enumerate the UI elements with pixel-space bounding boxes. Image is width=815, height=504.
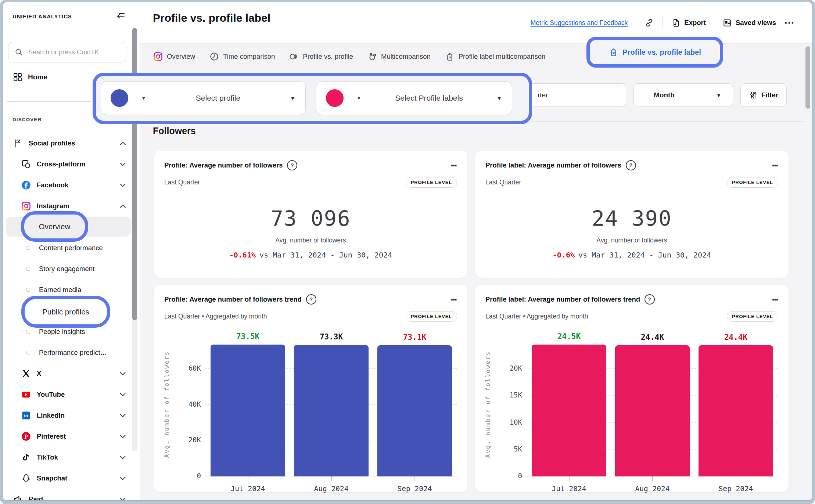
chevron-down-icon xyxy=(118,368,128,379)
cross-platform-icon xyxy=(21,159,32,170)
sidebar-item-performance-predict[interactable]: Performance predict… xyxy=(3,342,140,363)
sidebar-item-cross-platform[interactable]: Cross-platform xyxy=(3,154,140,174)
chevron-down-icon: ▾ xyxy=(291,94,294,102)
card-period: Last Quarter • Aggregated by month xyxy=(485,313,588,320)
sidebar-item-story-engagement[interactable]: Story engagement xyxy=(3,258,140,279)
chart-bar-aug-2024[interactable] xyxy=(615,345,690,476)
card-period: Last Quarter • Aggregated by month xyxy=(164,313,267,320)
sidebar-item-snapchat[interactable]: Snapchat xyxy=(3,468,140,489)
tab-bar: OverviewTime comparisonProfile vs. profi… xyxy=(153,43,545,70)
metric-suggestions-link[interactable]: Metric Suggestions and Feedback xyxy=(531,19,628,27)
chart-plot: 73.5K73.3K73.1K xyxy=(205,332,457,476)
card-more-button[interactable]: ⋯ xyxy=(451,163,457,167)
main-scrollbar-thumb[interactable] xyxy=(805,46,810,109)
search-input[interactable] xyxy=(28,48,120,57)
sidebar-item-facebook[interactable]: Facebook xyxy=(3,174,140,195)
tab-label: Profile vs. profile xyxy=(303,53,353,61)
select-profile-labels-dropdown[interactable]: ▾ Select Profile labels ▾ xyxy=(316,81,512,115)
card-header: Profile: Average number of followers tre… xyxy=(164,294,457,305)
sidebar-item-label: Content performance xyxy=(39,244,103,252)
y-tick-label: 60K xyxy=(154,364,201,372)
help-icon[interactable]: ? xyxy=(287,160,297,170)
bar-value-label: 24.4K xyxy=(615,333,690,342)
chart-bar-sep-2024[interactable] xyxy=(377,345,452,476)
sidebar-item-social-profiles[interactable]: Social profiles xyxy=(3,133,140,154)
sidebar-item-label: X xyxy=(37,370,41,378)
sidebar-item-overview-callout[interactable]: Overview xyxy=(39,222,70,231)
tab-profile-vs-profile[interactable]: Profile vs. profile xyxy=(289,51,353,62)
card-header: Profile label: Average number of followe… xyxy=(485,294,778,305)
chart-bar-sep-2024[interactable] xyxy=(699,345,773,476)
aggregation-select[interactable]: Month ▾ xyxy=(633,83,733,107)
main-scrollbar-track xyxy=(804,43,812,500)
sidebar-item-linkedin[interactable]: inLinkedIn xyxy=(3,405,140,426)
chart-bar-jul-2024[interactable] xyxy=(211,345,285,476)
profile-level-badge: PROFILE LEVEL xyxy=(406,177,457,188)
collapse-sidebar-button[interactable] xyxy=(115,10,127,23)
header-more-button[interactable]: ⋯ xyxy=(784,18,795,28)
annotation-public-profiles-callout: Public profiles xyxy=(21,296,110,328)
saved-views-icon xyxy=(722,18,732,28)
x-tick-label: Jul 2024 xyxy=(219,485,277,493)
card-subheader: Last Quarter • Aggregated by monthPROFIL… xyxy=(164,311,457,322)
sidebar-section-label: DISCOVER xyxy=(12,117,42,122)
sidebar-item-x[interactable]: X xyxy=(3,363,140,384)
bullet-icon xyxy=(26,246,30,250)
sidebar-item-paid[interactable]: Paid xyxy=(3,489,140,500)
kpi-change-note: vs Mar 31, 2024 - Jun 30, 2024 xyxy=(578,251,711,259)
sidebar-item-public-profiles-callout[interactable]: Public profiles xyxy=(42,307,89,316)
tab-profile-vs-profile-label[interactable]: PProfile vs. profile label xyxy=(608,47,701,57)
bar-value-label: 73.3K xyxy=(294,332,369,341)
tab-overview[interactable]: Overview xyxy=(153,51,195,62)
tab-label: Profile label multicomparison xyxy=(459,53,546,61)
x-tick-mark xyxy=(569,476,570,481)
annotation-selects-callout: ▾ Select profile ▾ ▾ Select Profile labe… xyxy=(93,73,532,124)
sidebar-item-pinterest[interactable]: PPinterest xyxy=(3,426,140,447)
sidebar-item-youtube[interactable]: YouTube xyxy=(3,384,140,405)
link-icon xyxy=(644,18,654,28)
card-period: Last Quarter xyxy=(485,179,521,186)
bar-value-label: 73.1K xyxy=(377,333,452,342)
card-more-button[interactable]: ⋯ xyxy=(451,298,457,301)
tab-time-comparison[interactable]: Time comparison xyxy=(209,51,275,62)
help-icon[interactable]: ? xyxy=(626,160,636,170)
sidebar-item-tiktok[interactable]: TikTok xyxy=(3,447,140,468)
date-range-pill[interactable]: rter xyxy=(522,83,626,107)
page-title: Profile vs. profile label xyxy=(153,12,270,24)
chevron-down-icon xyxy=(118,180,128,190)
tab-label: Multicomparison xyxy=(381,53,431,61)
tab-profile-label-multicomparison[interactable]: PProfile label multicomparison xyxy=(445,51,546,62)
linkedin-icon: in xyxy=(21,410,32,421)
snapchat-icon xyxy=(21,473,32,484)
filter-button[interactable]: Filter xyxy=(740,83,787,107)
chevron-down-icon xyxy=(118,389,128,400)
search-box[interactable] xyxy=(8,42,126,62)
help-icon[interactable]: ? xyxy=(306,294,316,305)
tab-multicomparison[interactable]: Multicomparison xyxy=(367,51,431,62)
filter-sliders-icon xyxy=(749,91,758,100)
card-more-button[interactable]: ⋯ xyxy=(772,298,778,301)
select-profile-labels-label: Select Profile labels xyxy=(360,94,498,102)
copy-link-button[interactable] xyxy=(644,18,654,28)
card-subheader: Last QuarterPROFILE LEVEL xyxy=(485,177,778,188)
y-tick-label: 10K xyxy=(475,418,522,426)
sidebar-item-label: Cross-platform xyxy=(37,160,86,168)
multicomparison-icon xyxy=(367,51,377,62)
profile-level-badge: PROFILE LEVEL xyxy=(727,177,778,188)
svg-text:in: in xyxy=(24,413,28,418)
saved-views-button[interactable]: Saved views xyxy=(722,18,776,28)
bullet-icon xyxy=(26,288,30,292)
chart-bar-jul-2024[interactable] xyxy=(532,345,606,476)
card-title: Profile label: Average number of followe… xyxy=(485,161,621,169)
export-button[interactable]: Export xyxy=(671,18,706,28)
card-more-button[interactable]: ⋯ xyxy=(772,163,778,167)
search-icon xyxy=(14,48,23,57)
help-icon[interactable]: ? xyxy=(645,294,655,305)
sidebar-scrollbar-thumb[interactable] xyxy=(132,28,137,320)
chart-bar-aug-2024[interactable] xyxy=(294,345,369,476)
select-profile-label: Select profile xyxy=(145,94,291,102)
select-profile-dropdown[interactable]: ▾ Select profile ▾ xyxy=(101,81,306,115)
card-period: Last Quarter xyxy=(164,179,200,186)
chevron-down-icon xyxy=(118,159,128,169)
profile-label-color-swatch xyxy=(326,89,344,107)
